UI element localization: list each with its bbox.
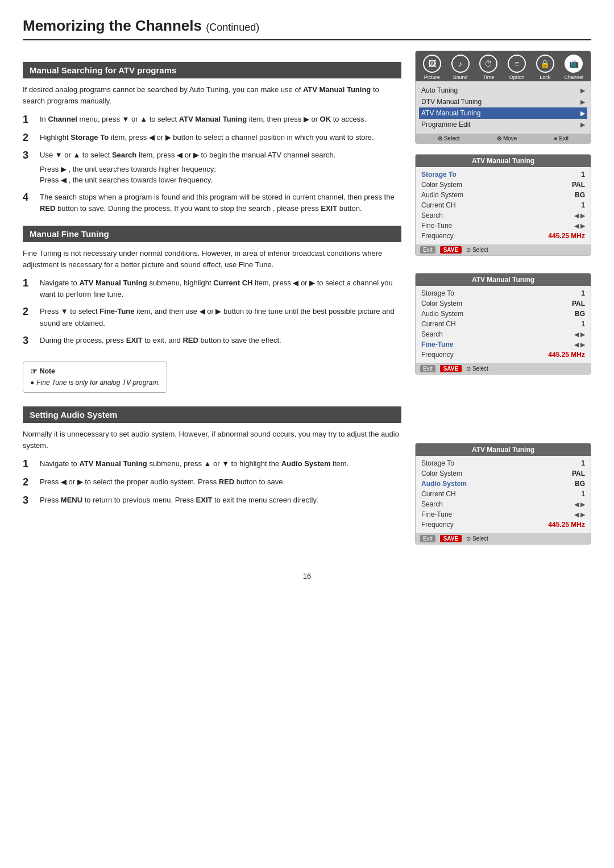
atv-row-audio-3: Audio System BG <box>421 479 585 489</box>
exit-btn-3: Exit <box>420 535 435 542</box>
atv-rows-1: Storage To 1 Color System PAL Audio Syst… <box>416 167 591 244</box>
storage-label-2: Storage To <box>421 289 454 297</box>
lock-icon: 🔒 <box>536 55 554 73</box>
search-arrows-3: ◀ ▶ <box>574 501 585 508</box>
atv-bottom-3: Exit SAVE ⊙ Select <box>416 533 591 544</box>
search-arrows-2: ◀ ▶ <box>574 331 585 338</box>
atv-row-search-3: Search ◀ ▶ <box>421 499 585 509</box>
save-btn-1: SAVE <box>440 246 462 254</box>
programme-edit-label: Programme Edit <box>421 121 471 128</box>
freq-value-2: 445.25 MHz <box>548 351 585 359</box>
atv-row-finetune-2: Fine-Tune ◀ ▶ <box>421 339 585 350</box>
atv-row-freq-1: Frequency 445.25 MHz <box>421 231 585 241</box>
ft-step-1: 1 Navigate to ATV Manual Tuning submenu,… <box>23 277 401 300</box>
finetune-label-3: Fine-Tune <box>421 510 452 518</box>
ft-step-text-3: During the process, press EXIT to exit, … <box>40 335 281 346</box>
step-text-1: In Channel menu, press ▼ or ▲ to select … <box>40 114 366 125</box>
finetune-arrows-3: ◀ ▶ <box>574 511 585 518</box>
icon-channel-label: Channel <box>565 74 584 80</box>
atv-row-color-2: Color System PAL <box>421 298 585 309</box>
right-column: 🖼 Picture ♪ Sound ⏱ Time ≡ Option 🔒 <box>415 51 591 555</box>
icon-sound: ♪ Sound <box>451 55 470 80</box>
currentch-value-2: 1 <box>581 320 585 328</box>
atv-rows-3: Storage To 1 Color System PAL Audio Syst… <box>416 456 591 533</box>
atv-row-freq-2: Frequency 445.25 MHz <box>421 350 585 360</box>
title-text: Memorizing the Channels <box>23 17 202 34</box>
section-header-fine-tuning: Manual Fine Tuning <box>23 226 401 242</box>
atv-row-storage-1: Storage To 1 <box>421 169 585 180</box>
step-num-2: 2 <box>23 132 34 144</box>
note-header: ☞ Note <box>30 367 160 376</box>
menu-row-atv: ATV Manual Tuning ▶ <box>419 107 587 119</box>
step-text-4: The search stops when a program is found… <box>40 192 401 214</box>
au-step-3: 3 Press MENU to return to previous menu.… <box>23 495 401 507</box>
atv-panel-1: ATV Manual Tuning Storage To 1 Color Sys… <box>415 154 591 256</box>
select-label-2: ⊙ Select <box>466 366 488 372</box>
color-value-3: PAL <box>572 470 585 477</box>
icon-time: ⏱ Time <box>479 55 497 80</box>
atv-row-audio-2: Audio System BG <box>421 309 585 319</box>
menu-row-auto-tuning: Auto Tuning ▶ <box>421 85 585 96</box>
audio-label-3: Audio System <box>421 480 467 488</box>
atv-row-color-3: Color System PAL <box>421 468 585 479</box>
save-btn-2: SAVE <box>440 365 462 372</box>
time-icon: ⏱ <box>479 55 497 73</box>
icon-lock-label: Lock <box>540 74 550 80</box>
atv-rows-2: Storage To 1 Color System PAL Audio Syst… <box>416 286 591 363</box>
save-btn-3: SAVE <box>440 535 462 542</box>
atv-row-finetune-3: Fine-Tune ◀ ▶ <box>421 509 585 520</box>
audio-label-2: Audio System <box>421 310 463 318</box>
au-step-num-1: 1 <box>23 458 34 471</box>
search-label-3: Search <box>421 500 443 508</box>
storage-label-3: Storage To <box>421 459 454 467</box>
au-step-num-2: 2 <box>23 476 34 489</box>
audio-value-2: BG <box>575 310 585 318</box>
au-step-2: 2 Press ◀ or ▶ to select the proper audi… <box>23 476 401 489</box>
bottom-move: ⊙ Move <box>497 135 517 142</box>
search-arrows-1: ◀ ▶ <box>574 212 585 219</box>
dtv-arrow: ▶ <box>580 98 585 106</box>
color-label-2: Color System <box>421 300 462 308</box>
bottom-exit: ≡ Exit <box>554 135 569 142</box>
atv-row-storage-3: Storage To 1 <box>421 458 585 468</box>
color-label-1: Color System <box>421 181 462 189</box>
color-value-1: PAL <box>572 181 585 189</box>
exit-btn-1: Exit <box>420 246 435 254</box>
step-4: 4 The search stops when a program is fou… <box>23 192 401 214</box>
icon-channel: 📺 Channel <box>565 55 584 80</box>
ft-step-num-2: 2 <box>23 306 34 318</box>
storage-value-3: 1 <box>581 459 585 467</box>
au-step-1: 1 Navigate to ATV Manual Tuning submenu,… <box>23 458 401 471</box>
color-value-2: PAL <box>572 300 585 308</box>
currentch-label-1: Current CH <box>421 201 456 209</box>
audio-value-1: BG <box>575 191 585 199</box>
auto-tuning-arrow: ▶ <box>580 87 585 94</box>
audio-value-3: BG <box>575 480 585 488</box>
icon-lock: 🔒 Lock <box>536 55 554 80</box>
menu-row-dtv: DTV Manual Tuning ▶ <box>421 96 585 107</box>
freq-label-3: Frequency <box>421 521 454 529</box>
au-step-text-3: Press MENU to return to previous menu. P… <box>40 495 318 506</box>
atv-title-3: ATV Manual Tuning <box>416 443 591 456</box>
menu-row-programme-edit: Programme Edit ▶ <box>421 119 585 130</box>
icon-picture: 🖼 Picture <box>423 55 441 80</box>
picture-icon: 🖼 <box>423 55 441 73</box>
ft-step-text-1: Navigate to ATV Manual Tuning submenu, h… <box>40 277 401 300</box>
freq-value-3: 445.25 MHz <box>548 521 585 529</box>
atv-row-color-1: Color System PAL <box>421 180 585 190</box>
atv-title-2: ATV Manual Tuning <box>416 273 591 286</box>
step-text-3: Use ▼ or ▲ to select Search item, press … <box>40 149 335 185</box>
atv-bottom-1: Exit SAVE ⊙ Select <box>416 244 591 255</box>
au-step-num-3: 3 <box>23 495 34 507</box>
currentch-label-3: Current CH <box>421 490 456 498</box>
atv-panel-3: ATV Manual Tuning Storage To 1 Color Sys… <box>415 443 591 545</box>
channel-icon: 📺 <box>565 55 583 73</box>
atv-row-search-1: Search ◀ ▶ <box>421 210 585 221</box>
section-header-manual-searching: Manual Searching for ATV programs <box>23 62 401 78</box>
manual-searching-steps: 1 In Channel menu, press ▼ or ▲ to selec… <box>23 114 401 214</box>
atv-row-storage-2: Storage To 1 <box>421 288 585 298</box>
au-step-text-1: Navigate to ATV Manual Tuning submenu, p… <box>40 458 349 470</box>
ft-step-2: 2 Press ▼ to select Fine-Tune item, and … <box>23 306 401 329</box>
page-title: Memorizing the Channels (Continued) <box>23 17 591 40</box>
manual-searching-intro: If desired analog programs cannot be sea… <box>23 84 401 107</box>
